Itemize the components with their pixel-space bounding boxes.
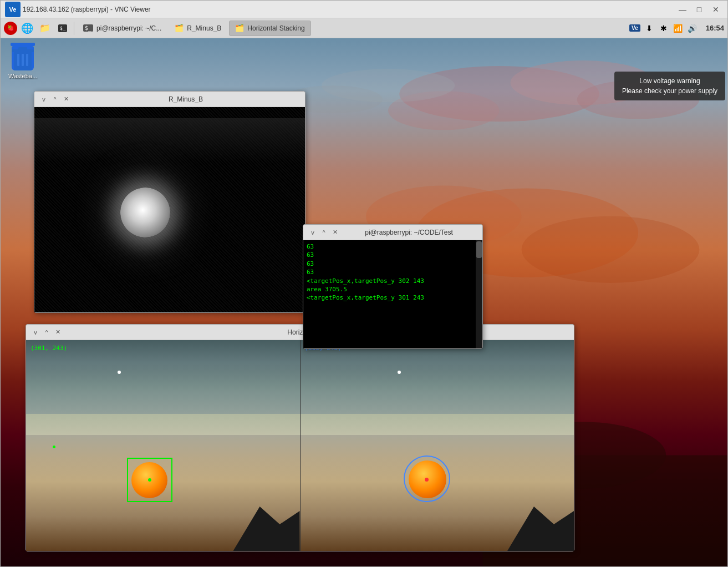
terminal-line-2: 63 [307,251,479,259]
taskbar-btn-horiz-stacking-label: Horizontal Stacking [247,24,304,32]
wastebasket-bin [12,46,34,70]
vnc-tray-icon[interactable]: Ve [629,24,640,32]
desktop: Wasteba... Low voltage warning Please ch… [1,38,727,566]
svg-point-2 [388,91,499,130]
terminal-line-3: 63 [307,260,479,268]
left-center-dot [148,478,151,482]
horiz-stacking-minimize-btn[interactable]: v [30,327,40,337]
wastebasket-icon[interactable]: Wasteba... [6,44,39,82]
terminal-scrollbar-thumb[interactable] [476,241,482,258]
r-minus-b-close-btn[interactable]: ✕ [61,94,71,104]
minimize-button[interactable]: — [675,2,690,17]
terminal-controls: v ^ ✕ [308,227,340,237]
low-voltage-line1: Low voltage warning [621,76,719,86]
horiz-stacking-content: (301, 243) (300, 243) [26,340,574,551]
terminal-icon[interactable]: $_ [55,21,70,36]
terminal-close-btn[interactable]: ✕ [330,227,340,237]
terminal-minimize-btn[interactable]: v [308,227,318,237]
taskbar-divider [74,22,74,35]
r-minus-b-controls: v ^ ✕ [39,94,71,104]
horiz-stacking-window: v ^ ✕ Horizontal Stacking (301, 243) [26,324,574,551]
terminal-window-icon: $_ [83,24,93,32]
svg-rect-16 [26,54,28,66]
terminal-title: pi@raspberrypi: ~/CODE/Test [340,229,478,236]
wastebasket-svg [12,46,34,70]
terminal-icon-label: $_ [58,24,68,32]
wifi-icon[interactable]: 📶 [673,23,684,34]
raspberrypi-icon[interactable]: 🍓 [4,22,17,35]
terminal-line-6: area 3705.5 [307,285,479,293]
right-stacking-panel: (300, 243) [301,340,574,551]
left-coord-label: (301, 243) [30,345,67,352]
moon-circle [120,188,170,237]
taskbar: 🍓 🌐 📁 $_ $_ pi@raspberrypi: ~/C... 🗂️ R_… [1,18,727,38]
r-minus-b-minimize-btn[interactable]: v [39,94,49,104]
terminal-content[interactable]: 63 63 63 63 <targetPos_x,targetPos_y 302… [303,240,482,348]
terminal-line-7: <targetPos_x,targetPos_y 301 243 [307,293,479,302]
vnc-viewer-window: Ve 192.168.43.162 (raspberrypi) - VNC Vi… [0,0,728,567]
taskbar-btn-terminal-label: pi@raspberrypi: ~/C... [96,24,161,32]
r-minus-b-window: v ^ ✕ R_Minus_B [34,91,306,313]
right-center-red-dot [425,478,429,482]
r-minus-b-titlebar: v ^ ✕ R_Minus_B [34,92,305,107]
wastebasket-label: Wasteba... [8,73,37,79]
vnc-app-icon: Ve [5,2,21,17]
file-manager-icon[interactable]: 📁 [37,21,53,36]
r-minus-b-title: R_Minus_B [71,95,301,103]
folder-icon-horiz-stacking: 🗂️ [235,24,244,32]
title-bar-text: 192.168.43.162 (raspberrypi) - VNC Viewe… [23,6,675,13]
taskbar-clock[interactable]: 16:54 [706,24,724,32]
r-minus-b-content [34,107,305,312]
terminal-scrollbar[interactable] [476,240,482,348]
taskbar-btn-r-minus-b[interactable]: 🗂️ R_Minus_B [169,21,227,36]
left-stacking-panel: (301, 243) [26,340,301,551]
terminal-line-4: 63 [307,268,479,276]
svg-rect-15 [22,54,24,66]
globe-icon[interactable]: 🌐 [19,21,35,36]
terminal-maximize-btn[interactable]: ^ [319,227,329,237]
download-icon[interactable]: ⬇ [644,23,655,34]
svg-point-4 [322,69,455,102]
terminal-window: v ^ ✕ pi@raspberrypi: ~/CODE/Test 63 63 … [303,224,483,349]
terminal-line-1: 63 [307,242,479,251]
low-voltage-line2: Please check your power supply [621,86,719,96]
svg-rect-14 [17,54,19,66]
maximize-button[interactable]: □ [692,2,706,17]
terminal-line-5: <targetPos_x,targetPos_y 302 143 [307,277,479,285]
close-button[interactable]: ✕ [709,2,723,17]
horiz-stacking-close-btn[interactable]: ✕ [53,327,63,337]
horiz-stacking-maximize-btn[interactable]: ^ [42,327,52,337]
taskbar-btn-horiz-stacking[interactable]: 🗂️ Horizontal Stacking [229,21,310,36]
right-white-dot [398,371,401,374]
svg-point-7 [522,216,700,283]
svg-point-0 [399,66,599,122]
taskbar-right: Ve ⬇ ✱ 📶 🔊 16:54 [629,23,724,34]
left-white-dot [118,371,121,374]
title-bar-controls: — □ ✕ [675,2,723,17]
r-minus-b-maximize-btn[interactable]: ^ [50,94,60,104]
horiz-stacking-titlebar: v ^ ✕ Horizontal Stacking [26,325,574,340]
left-green-bounding-box [127,458,172,502]
bluetooth-icon[interactable]: ✱ [658,23,669,34]
terminal-titlebar: v ^ ✕ pi@raspberrypi: ~/CODE/Test [303,225,482,240]
taskbar-btn-terminal[interactable]: $_ pi@raspberrypi: ~/C... [78,21,167,36]
title-bar: Ve 192.168.43.162 (raspberrypi) - VNC Vi… [1,1,727,18]
low-voltage-warning-tooltip: Low voltage warning Please check your po… [614,72,725,100]
left-small-green-dot [53,446,55,448]
svg-rect-13 [18,47,27,50]
volume-icon[interactable]: 🔊 [687,23,698,34]
taskbar-btn-r-minus-b-label: R_Minus_B [187,24,221,32]
horiz-stacking-controls: v ^ ✕ [30,327,63,337]
folder-icon-r-minus-b: 🗂️ [175,24,184,32]
